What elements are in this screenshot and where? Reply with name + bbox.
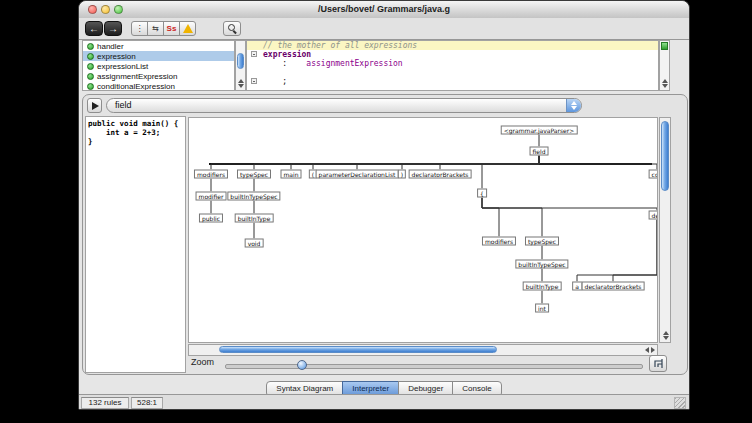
rules-scrollbar-thumb[interactable]: [237, 53, 244, 69]
rules-menu-button[interactable]: ⋮: [131, 21, 148, 36]
rule-colon-text: :: [263, 59, 306, 68]
editor-line: expression: [247, 50, 658, 59]
chevron-down-icon: [571, 106, 577, 110]
app-window: /Users/bovet/ Grammars/java.g ← → ⋮ ⇆ Ss…: [78, 0, 690, 410]
tree-horizontal-scrollbar[interactable]: [188, 344, 658, 356]
tree-vscroll-arrows[interactable]: [661, 330, 670, 341]
screen: /Users/bovet/ Grammars/java.g ← → ⋮ ⇆ Ss…: [0, 0, 752, 423]
back-arrow-icon: ←: [89, 23, 99, 34]
search-icon: [228, 24, 237, 33]
tree-node[interactable]: modifier: [196, 192, 227, 201]
grammar-editor[interactable]: // the mother of all expressions express…: [246, 40, 659, 91]
editor-line: [247, 68, 658, 77]
interpreter-panel: field public void main() { int a = 2+3; …: [82, 94, 688, 375]
rules-scrollbar[interactable]: [235, 40, 246, 91]
toolbar: ← → ⋮ ⇆ Ss: [79, 18, 689, 40]
start-rule-value: field: [115, 100, 132, 110]
tree-node[interactable]: field: [530, 147, 549, 156]
zoom-slider[interactable]: [225, 359, 643, 371]
rule-item[interactable]: expression: [83, 51, 234, 61]
rules-scrollbar-arrows[interactable]: [236, 78, 245, 89]
tree-layout-button[interactable]: [649, 355, 667, 372]
scroll-down-icon: [663, 336, 669, 340]
interpreter-input[interactable]: public void main() { int a = 2+3; }: [85, 116, 186, 373]
chevron-up-icon: [571, 101, 577, 105]
tree-hscroll-arrows[interactable]: [644, 346, 656, 354]
tree-node[interactable]: declaratorBrackets: [582, 282, 645, 291]
tree-node[interactable]: builtInTypeSpec: [515, 260, 568, 269]
ss-icon: Ss: [167, 24, 177, 33]
find-button[interactable]: [223, 21, 241, 36]
tree-node[interactable]: a: [572, 282, 582, 291]
tree-node[interactable]: main: [281, 170, 302, 179]
rule-end-text: ;: [263, 77, 287, 86]
tree-node[interactable]: declaratorBrackets: [409, 170, 472, 179]
scroll-up-icon: [662, 79, 668, 83]
zoom-label: Zoom: [191, 357, 214, 367]
editor-scrollbar-arrows[interactable]: [660, 78, 669, 89]
forward-button[interactable]: →: [104, 21, 122, 36]
forward-arrow-icon: →: [108, 23, 118, 34]
rule-label: expression: [97, 52, 136, 61]
warnings-button[interactable]: [179, 21, 196, 36]
syntax-coloring-button[interactable]: Ss: [163, 21, 180, 36]
tree-node[interactable]: int: [535, 304, 549, 313]
rule-item[interactable]: conditionalExpression: [83, 81, 234, 91]
title-bar[interactable]: /Users/bovet/ Grammars/java.g: [79, 1, 689, 19]
rules-list[interactable]: handlerexpressionexpressionListassignmen…: [82, 40, 235, 91]
tree-node[interactable]: con: [649, 170, 658, 179]
run-interpreter-button[interactable]: [87, 98, 102, 113]
tree-vertical-scrollbar[interactable]: [659, 117, 671, 343]
rule-ref-text: assignmentExpression: [306, 59, 402, 68]
tree-node[interactable]: <grammar.javaParser>: [501, 126, 578, 135]
vertical-dots-icon: ⋮: [136, 24, 144, 33]
rule-count-status: 132 rules: [81, 397, 129, 409]
tree-node[interactable]: ): [398, 170, 406, 179]
toolbar-button-group: ⋮ ⇆ Ss: [131, 21, 196, 36]
editor-scrollbar[interactable]: [659, 40, 670, 91]
zoom-slider-thumb[interactable]: [297, 360, 307, 370]
tree-node[interactable]: dec: [649, 211, 658, 220]
scroll-right-icon: [651, 347, 655, 353]
status-bar: 132 rules 528:1: [79, 394, 689, 410]
rule-label: assignmentExpression: [97, 72, 177, 81]
combobox-stepper[interactable]: [566, 99, 581, 112]
comment-text: // the mother of all expressions: [263, 41, 417, 50]
window-title: /Users/bovet/ Grammars/java.g: [79, 1, 689, 18]
play-icon: [92, 102, 99, 110]
scroll-up-icon: [663, 331, 669, 335]
rule-bullet-icon: [87, 73, 94, 80]
tree-node[interactable]: void: [245, 239, 264, 248]
tree-canvas[interactable]: <grammar.javaParser>fieldmodifierstypeSp…: [188, 117, 658, 343]
fold-marker-icon[interactable]: [251, 78, 257, 84]
tree-node[interactable]: builtInType: [523, 282, 562, 291]
tree-node[interactable]: public: [199, 214, 223, 223]
back-button[interactable]: ←: [85, 21, 103, 36]
scroll-up-icon: [238, 79, 244, 83]
tree-node[interactable]: typeSpec: [525, 237, 559, 246]
rule-item[interactable]: assignmentExpression: [83, 71, 234, 81]
rule-label: expressionList: [97, 62, 148, 71]
warning-triangle-icon: [183, 24, 193, 33]
tree-node[interactable]: typeSpec: [237, 170, 271, 179]
rule-item[interactable]: expressionList: [83, 61, 234, 71]
tree-node[interactable]: modifiers: [482, 237, 516, 246]
zoom-slider-track[interactable]: [225, 364, 643, 369]
tree-vscroll-thumb[interactable]: [661, 121, 669, 191]
resize-grip[interactable]: [674, 397, 686, 409]
sort-rules-button[interactable]: ⇆: [147, 21, 164, 36]
tree-node[interactable]: {: [477, 189, 487, 198]
tree-hscroll-thumb[interactable]: [219, 346, 497, 353]
tree-node[interactable]: parameterDeclarationList: [316, 170, 399, 179]
split-pane-button[interactable]: [661, 42, 668, 50]
tree-node[interactable]: builtInTypeSpec: [227, 192, 280, 201]
tree-node[interactable]: modifiers: [194, 170, 228, 179]
caret-position-status: 528:1: [131, 397, 163, 409]
start-rule-combobox[interactable]: field: [106, 98, 582, 113]
fold-marker-icon[interactable]: [251, 51, 257, 57]
rule-label: conditionalExpression: [97, 82, 175, 91]
tree-edges: [189, 118, 658, 343]
rule-item[interactable]: handler: [83, 41, 234, 51]
tree-layout-icon: [653, 358, 664, 369]
tree-node[interactable]: builtInType: [235, 214, 274, 223]
